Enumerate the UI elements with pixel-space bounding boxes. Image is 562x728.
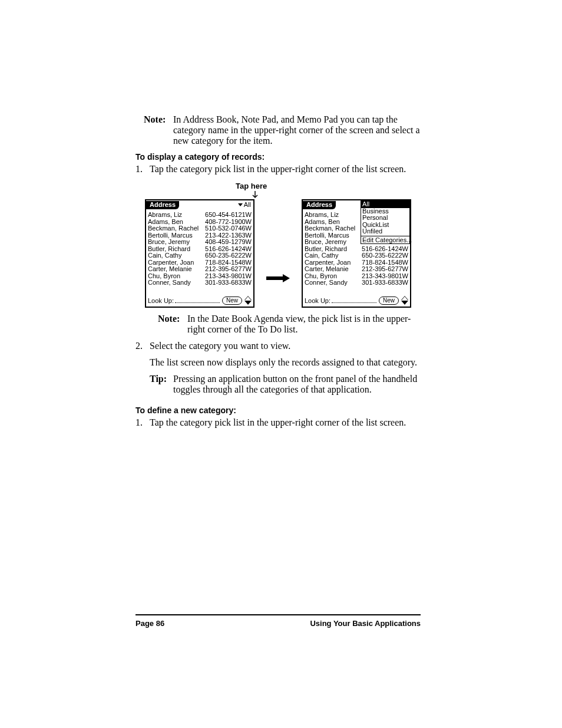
app-title: Address [303, 201, 336, 209]
step-text: Select the category you want to view. [150, 341, 421, 351]
tip-text: Pressing an application button on the fr… [173, 374, 421, 395]
tip-label: Tip: [150, 374, 173, 395]
category-current: All [244, 202, 251, 209]
step-text: Tap the category pick list in the upper-… [150, 417, 421, 428]
tap-here-label: Tap here [236, 182, 267, 190]
note-text: In the Date Book Agenda view, the pick l… [187, 314, 421, 335]
note-block: Note: In Address Book, Note Pad, and Mem… [144, 114, 421, 146]
category-dropdown[interactable]: All Business Personal QuickList Unfiled … [361, 200, 410, 244]
scroll-down-icon[interactable] [244, 301, 252, 305]
lookup-label: Look Up: [305, 298, 330, 305]
step-text: Tap the category pick list in the upper-… [150, 164, 421, 174]
new-button[interactable]: New [222, 297, 242, 305]
address-screen-open: Address All Business Personal QuickList … [302, 199, 411, 308]
step: 2. Select the category you want to view.… [135, 341, 421, 401]
list-item[interactable]: Abrams, Liz650-454-6121W [148, 212, 252, 219]
scroll-up-icon[interactable] [401, 296, 408, 300]
note-block: Note: In the Date Book Agenda view, the … [158, 314, 421, 335]
scroll-arrows[interactable] [401, 296, 408, 305]
dropdown-item-personal[interactable]: Personal [361, 215, 409, 222]
step-body: Select the category you want to view. Th… [150, 341, 421, 401]
section-title: Using Your Basic Applications [310, 619, 421, 628]
app-title: Address [146, 201, 179, 209]
tip-block: Tip: Pressing an application button on t… [150, 374, 421, 395]
scroll-up-icon[interactable] [244, 296, 252, 300]
lookup-input[interactable] [332, 297, 376, 303]
figure: Tap here Address All Abrams, Liz650-454-… [135, 184, 421, 308]
screen-footer: Look Up: New [303, 295, 410, 307]
screen-footer: Look Up: New [146, 295, 253, 307]
page: Note: In Address Book, Note Pad, and Mem… [0, 0, 562, 728]
list-item[interactable]: Conner, Sandy301-933-6833W [148, 279, 252, 286]
dropdown-item-unfiled[interactable]: Unfiled [361, 228, 409, 235]
dropdown-item-edit[interactable]: Edit Categories... [361, 236, 409, 244]
dropdown-icon [238, 203, 243, 206]
category-picklist[interactable]: All [238, 202, 253, 209]
step: 1. Tap the category pick list in the upp… [135, 164, 421, 180]
titlebar: Address All [146, 200, 253, 210]
step-number: 1. [135, 417, 150, 434]
lookup-field[interactable]: Look Up: [148, 297, 220, 305]
scroll-down-icon[interactable] [401, 301, 408, 305]
step-text: The list screen now displays only the re… [150, 357, 421, 368]
list-item[interactable]: Beckman, Rachel510-532-0746W [148, 225, 252, 232]
note-text: In Address Book, Note Pad, and Memo Pad … [173, 114, 421, 146]
step-number: 1. [135, 164, 150, 180]
new-button[interactable]: New [379, 297, 399, 305]
lookup-label: Look Up: [148, 298, 174, 305]
address-screen-closed: Address All Abrams, Liz650-454-6121W Ada… [145, 199, 254, 308]
page-footer: Page 86 Using Your Basic Applications [135, 614, 421, 628]
heading-display-category: To display a category of records: [135, 152, 421, 162]
lookup-input[interactable] [175, 297, 220, 303]
step-number: 2. [135, 341, 150, 401]
svg-rect-1 [266, 276, 283, 280]
note-label: Note: [144, 114, 173, 146]
step: 1. Tap the category pick list in the upp… [135, 417, 421, 434]
lookup-field[interactable]: Look Up: [305, 297, 376, 305]
arrow-right-icon [266, 274, 290, 282]
tap-arrow-icon [252, 191, 258, 199]
heading-define-category: To define a new category: [135, 406, 421, 415]
contact-list[interactable]: Abrams, Liz650-454-6121W Adams, Ben408-7… [146, 210, 253, 295]
dropdown-item-all[interactable]: All [361, 201, 409, 208]
list-item[interactable]: Conner, Sandy301-933-6833W [305, 279, 408, 286]
scroll-arrows[interactable] [244, 296, 252, 305]
step-body: Tap the category pick list in the upper-… [150, 164, 421, 180]
page-number: Page 86 [135, 619, 164, 628]
note-label: Note: [158, 314, 187, 335]
svg-marker-2 [283, 274, 290, 282]
list-item[interactable]: Bruce, Jeremy408-459-1279W [148, 239, 252, 246]
step-body: Tap the category pick list in the upper-… [150, 417, 421, 434]
